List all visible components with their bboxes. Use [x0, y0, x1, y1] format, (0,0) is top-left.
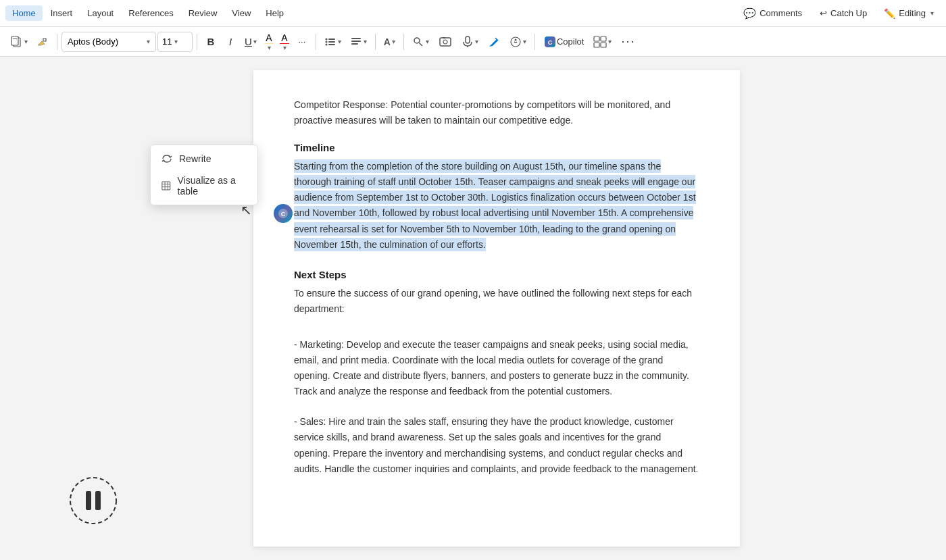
svg-point-5: [325, 41, 327, 43]
rewrite-menu-item[interactable]: Rewrite: [151, 148, 257, 170]
svg-point-3: [325, 38, 327, 40]
menu-item-layout[interactable]: Layout: [80, 5, 120, 21]
toolbar-sep-3: [316, 34, 316, 50]
visualize-table-label: Visualize as a table: [178, 175, 247, 197]
copilot-button[interactable]: C Copilot: [539, 31, 588, 53]
rewrite-label: Rewrite: [179, 153, 211, 164]
font-color-button[interactable]: A ▾: [277, 31, 292, 53]
alignment-chevron-icon: ▾: [364, 38, 367, 45]
sensitivity-chevron-icon: ▾: [523, 38, 526, 45]
highlight-chevron-icon: ▾: [268, 44, 271, 51]
svg-rect-9: [351, 38, 361, 39]
font-color-icon: A: [281, 32, 287, 43]
paste-button[interactable]: ▾: [5, 31, 32, 53]
marketing-paragraph: - Marketing: Develop and execute the tea…: [294, 337, 699, 399]
more-options-button[interactable]: ···: [617, 31, 639, 53]
menu-item-review[interactable]: Review: [182, 5, 224, 21]
svg-rect-4: [328, 39, 335, 40]
screenshot-button[interactable]: [434, 31, 456, 53]
font-size-selector[interactable]: 11 ▾: [157, 32, 193, 52]
menu-item-help[interactable]: Help: [259, 5, 291, 21]
table-icon: [161, 180, 171, 191]
text-effects-chevron-icon: ▾: [392, 38, 395, 45]
microphone-button[interactable]: ▾: [457, 31, 482, 53]
underline-icon: U: [245, 36, 252, 47]
toolbar-sep-4: [375, 34, 376, 50]
copilot-inline-icon[interactable]: C: [274, 204, 293, 223]
svg-point-15: [443, 40, 447, 44]
comments-icon: 💬: [743, 7, 756, 20]
svg-rect-34: [86, 491, 91, 510]
bold-button[interactable]: B: [201, 31, 220, 53]
comments-button[interactable]: 💬 Comments: [736, 4, 810, 23]
catchup-icon: ↩: [820, 8, 827, 18]
font-family-selector[interactable]: Aptos (Body) ▾: [61, 32, 156, 52]
document-page: C Competitor Response: Potential counter…: [253, 70, 740, 546]
svg-point-7: [325, 43, 327, 45]
left-sidebar: Rewrite Visualize as a table ↖: [0, 57, 209, 560]
view-options-button[interactable]: ▾: [589, 31, 616, 53]
search-button[interactable]: ▾: [408, 31, 433, 53]
editor-button[interactable]: [484, 31, 504, 53]
svg-rect-17: [466, 36, 470, 43]
svg-text:C: C: [548, 39, 553, 46]
top-paragraph-text: Competitor Response: Potential counter-p…: [294, 99, 670, 126]
view-options-chevron-icon: ▾: [608, 38, 612, 45]
font-size-chevron-icon: ▾: [174, 38, 178, 45]
menu-item-references[interactable]: References: [122, 5, 180, 21]
text-style-group: A ▾: [380, 31, 399, 53]
svg-rect-2: [13, 39, 17, 39]
menu-item-insert[interactable]: Insert: [44, 5, 80, 21]
editing-button[interactable]: ✏️ Editing ▾: [877, 5, 941, 22]
main-area: Rewrite Visualize as a table ↖: [0, 57, 946, 560]
sensitivity-button[interactable]: ▾: [505, 31, 530, 53]
menu-right: 💬 Comments ↩ Catch Up ✏️ Editing ▾: [736, 4, 941, 23]
svg-point-33: [70, 478, 116, 524]
font-format-group: B I U ▾ A ▾ A ▾ ···: [201, 31, 312, 53]
comments-label: Comments: [760, 8, 802, 18]
menu-bar: Home Insert Layout References Review Vie…: [0, 0, 946, 27]
toolbar-sep-6: [534, 34, 535, 50]
catchup-button[interactable]: ↩ Catch Up: [812, 5, 874, 22]
next-steps-heading: Next Steps: [294, 269, 699, 280]
svg-rect-10: [351, 41, 361, 42]
italic-button[interactable]: I: [221, 31, 240, 53]
bullets-button[interactable]: ▾: [320, 31, 345, 53]
rewrite-icon: [161, 153, 172, 164]
svg-rect-11: [351, 43, 358, 45]
svg-rect-27: [601, 43, 606, 47]
font-color-chevron-icon: ▾: [283, 44, 287, 51]
sales-paragraph: - Sales: Hire and train the sales staff,…: [294, 414, 699, 476]
toolbar-sep-2: [197, 34, 197, 50]
more-format-button[interactable]: ···: [293, 31, 312, 53]
toolbar: ▾ Aptos (Body) ▾ 11 ▾ B I U ▾ A ▾ A ▾ ··…: [0, 27, 946, 57]
highlight-button[interactable]: A ▾: [262, 31, 276, 53]
underline-chevron-icon: ▾: [253, 38, 257, 45]
svg-rect-24: [594, 36, 599, 41]
alignment-button[interactable]: ▾: [346, 31, 371, 53]
svg-rect-28: [162, 182, 170, 190]
context-menu: Rewrite Visualize as a table: [150, 145, 258, 205]
svg-rect-8: [328, 44, 335, 45]
underline-button[interactable]: U ▾: [241, 31, 261, 53]
svg-point-21: [514, 39, 516, 41]
font-name-text: Aptos (Body): [68, 36, 143, 47]
mic-chevron-icon: ▾: [475, 38, 478, 45]
menu-item-view[interactable]: View: [225, 5, 257, 21]
format-painter-button[interactable]: [32, 31, 53, 53]
svg-rect-6: [328, 41, 335, 43]
text-effects-button[interactable]: A ▾: [380, 31, 399, 53]
font-chevron-icon: ▾: [147, 38, 150, 45]
paste-chevron-icon: ▾: [24, 38, 28, 45]
timeline-text: Starting from the completion of the stor…: [294, 159, 696, 251]
svg-rect-35: [95, 491, 101, 510]
svg-rect-16: [443, 37, 445, 39]
toolbar-sep-1: [57, 34, 57, 50]
document-area: C Competitor Response: Potential counter…: [209, 57, 784, 560]
timeline-paragraph[interactable]: Starting from the completion of the stor…: [294, 159, 699, 253]
text-effects-icon: A: [384, 36, 391, 47]
menu-item-home[interactable]: Home: [5, 5, 43, 21]
highlight-icon: A: [266, 32, 272, 43]
visualize-table-menu-item[interactable]: Visualize as a table: [151, 170, 257, 202]
svg-point-20: [511, 37, 520, 47]
